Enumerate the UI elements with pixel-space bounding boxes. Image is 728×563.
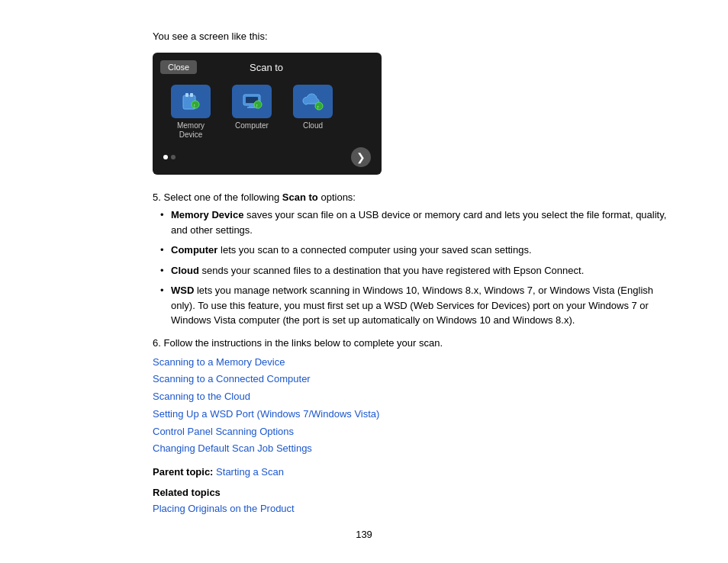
parent-topic-link[interactable]: Starting a Scan (216, 466, 284, 478)
option-memory-text: saves your scan file on a USB device or … (171, 209, 666, 236)
scanner-header: Close Scan to (160, 60, 374, 74)
computer-icon: ↑ (240, 89, 264, 114)
svg-text:↑: ↑ (193, 103, 196, 108)
option-cloud: Cloud sends your scanned files to a dest… (160, 263, 667, 278)
link-changing-default-scan[interactable]: Changing Default Scan Job Settings (153, 441, 667, 457)
option-memory-bold: Memory Device (171, 209, 243, 220)
link-wsd-port[interactable]: Setting Up a WSD Port (Windows 7/Windows… (153, 407, 667, 423)
svg-rect-2 (190, 93, 193, 97)
option-cloud-text: sends your scanned files to a destinatio… (201, 265, 584, 276)
page-content: You see a screen like this: Close Scan t… (0, 0, 728, 563)
step-5-label: 5. Select one of the following Scan to o… (153, 191, 667, 203)
parent-topic-label: Parent topic: (153, 466, 213, 478)
option-computer-text: lets you scan to a connected computer us… (221, 244, 532, 256)
cloud-icon-box: ↑ (293, 85, 333, 118)
related-topics-heading: Related topics (153, 487, 667, 498)
scan-item-memory: ↑ MemoryDevice (163, 85, 218, 140)
dot-active (163, 155, 168, 159)
step-5-text-before: Select one of the following (163, 191, 282, 203)
related-topics-label: Related topics (153, 487, 221, 498)
parent-topic: Parent topic: Starting a Scan (153, 465, 667, 481)
step-5-number: 5. (153, 191, 161, 203)
computer-label: Computer (235, 121, 269, 130)
svg-text:↑: ↑ (317, 105, 320, 110)
option-computer: Computer lets you scan to a connected co… (160, 243, 667, 258)
step-6-text: Follow the instructions in the links bel… (163, 337, 443, 349)
cloud-label: Cloud (303, 121, 323, 130)
link-scanning-memory-device[interactable]: Scanning to a Memory Device (153, 355, 667, 371)
scan-item-cloud: ↑ Cloud (285, 85, 340, 140)
close-button[interactable]: Close (160, 60, 197, 74)
option-wsd-bold: WSD (171, 285, 194, 296)
link-placing-originals[interactable]: Placing Originals on the Product (153, 501, 667, 517)
pagination-dots (163, 155, 176, 159)
next-arrow-button[interactable]: ❯ (351, 147, 371, 167)
link-list: Scanning to a Memory Device Scanning to … (153, 355, 667, 458)
related-topics-links: Placing Originals on the Product (153, 501, 667, 517)
link-scanning-connected-computer[interactable]: Scanning to a Connected Computer (153, 372, 667, 388)
scan-to-bold: Scan to (282, 191, 318, 203)
link-control-panel-scanning[interactable]: Control Panel Scanning Options (153, 424, 667, 440)
memory-device-icon: ↑ (179, 89, 203, 114)
step-5: 5. Select one of the following Scan to o… (153, 191, 667, 328)
dot-inactive (171, 155, 176, 159)
link-scanning-cloud[interactable]: Scanning to the Cloud (153, 389, 667, 405)
options-list: Memory Device saves your scan file on a … (153, 208, 667, 328)
step-6: 6. Follow the instructions in the links … (153, 337, 667, 349)
option-computer-bold: Computer (171, 244, 217, 256)
scan-to-title: Scan to (197, 62, 336, 73)
intro-text: You see a screen like this: (153, 31, 667, 42)
memory-device-label: MemoryDevice (177, 121, 205, 140)
svg-text:↑: ↑ (256, 103, 259, 108)
memory-device-icon-box: ↑ (171, 85, 211, 118)
option-wsd: WSD lets you manage network scanning in … (160, 283, 667, 328)
svg-rect-1 (185, 93, 188, 97)
cloud-icon: ↑ (301, 89, 325, 114)
page-number: 139 (356, 529, 372, 540)
scan-item-computer: ↑ Computer (224, 85, 279, 140)
step-5-text-after: options: (318, 191, 356, 203)
computer-icon-box: ↑ (232, 85, 272, 118)
option-memory-device: Memory Device saves your scan file on a … (160, 208, 667, 237)
option-wsd-text: lets you manage network scanning in Wind… (171, 285, 653, 326)
scanner-icons: ↑ MemoryDevice ↑ Computer (160, 82, 374, 146)
scanner-screen: Close Scan to ↑ MemoryDevice (153, 53, 382, 175)
scanner-footer: ❯ (160, 146, 374, 167)
step-6-number: 6. (153, 337, 161, 349)
option-cloud-bold: Cloud (171, 265, 199, 276)
